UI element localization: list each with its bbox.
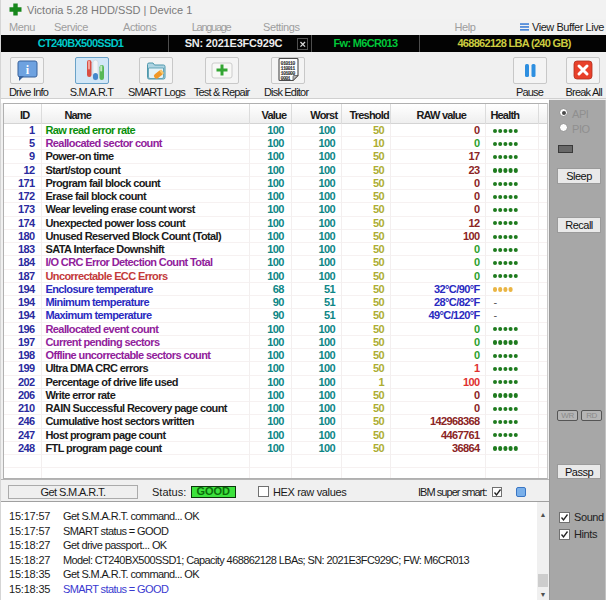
svg-text:0001: 0001 <box>281 76 291 82</box>
